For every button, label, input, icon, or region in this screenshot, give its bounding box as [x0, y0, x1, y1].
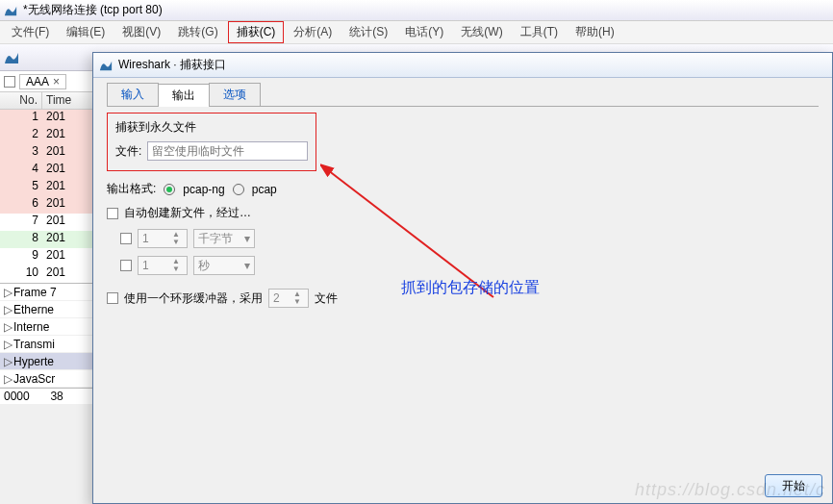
time-spin[interactable]: 1▲▼: [138, 256, 188, 275]
capture-file-input[interactable]: [147, 141, 308, 161]
checkbox-time-trigger[interactable]: [120, 260, 132, 271]
dialog-titlebar: Wireshark · 捕获接口: [93, 53, 832, 78]
permanent-file-group: 捕获到永久文件 文件:: [107, 113, 316, 171]
menu-tools[interactable]: 工具(T): [513, 22, 566, 42]
permanent-file-label: 捕获到永久文件: [115, 119, 308, 136]
menu-go[interactable]: 跳转(G): [170, 22, 225, 42]
expand-icon[interactable]: ▷: [4, 320, 13, 334]
menu-view[interactable]: 视图(V): [114, 22, 168, 42]
expand-icon[interactable]: ▷: [4, 338, 13, 351]
menu-file[interactable]: 文件(F): [4, 22, 57, 42]
wireshark-fin-icon: [4, 4, 17, 17]
annotation-text: 抓到的包存储的位置: [401, 278, 540, 298]
time-unit-combo[interactable]: 秒▾: [193, 256, 255, 275]
menu-edit[interactable]: 编辑(E): [59, 22, 113, 42]
radio-pcapng[interactable]: [164, 184, 175, 195]
output-format-label: 输出格式:: [107, 181, 156, 197]
size-unit-combo[interactable]: 千字节▾: [193, 229, 255, 248]
menu-analyze[interactable]: 分析(A): [286, 22, 340, 42]
dialog-title: Wireshark · 捕获接口: [118, 57, 226, 73]
filter-clear-icon[interactable]: ×: [53, 75, 60, 88]
checkbox-auto-new-file[interactable]: [107, 208, 118, 219]
expand-icon[interactable]: ▷: [4, 372, 13, 386]
filter-chip[interactable]: AAA ×: [19, 74, 66, 89]
capture-interfaces-dialog: Wireshark · 捕获接口 输入 输出 选项 捕获到永久文件 文件: 输出…: [92, 52, 833, 504]
radio-pcap[interactable]: [233, 184, 244, 195]
filter-bookmark-icon[interactable]: [4, 76, 15, 88]
start-capture-button[interactable]: 开始: [765, 474, 822, 497]
checkbox-ring-buffer[interactable]: [107, 292, 118, 304]
radio-pcapng-label: pcap-ng: [183, 183, 224, 196]
toolbar-fin-icon: [4, 50, 19, 65]
dialog-tabs: 输入 输出 选项: [107, 86, 819, 107]
checkbox-size-trigger[interactable]: [120, 233, 132, 244]
filter-text: AAA: [26, 75, 49, 88]
menu-telephony[interactable]: 电话(Y): [397, 22, 451, 42]
menu-wireless[interactable]: 无线(W): [453, 22, 510, 42]
expand-icon[interactable]: ▷: [4, 355, 13, 368]
menu-bar: 文件(F) 编辑(E) 视图(V) 跳转(G) 捕获(C) 分析(A) 统计(S…: [0, 21, 833, 44]
ring-count-spin[interactable]: 2▲▼: [268, 289, 309, 308]
expand-icon[interactable]: ▷: [4, 303, 13, 316]
radio-pcap-label: pcap: [252, 183, 277, 196]
menu-stats[interactable]: 统计(S): [341, 22, 395, 42]
menu-help[interactable]: 帮助(H): [568, 22, 622, 42]
menu-capture[interactable]: 捕获(C): [228, 21, 285, 43]
main-window-titlebar: *无线网络连接 (tcp port 80): [0, 0, 833, 21]
ring-buffer-label: 使用一个环形缓冲器，采用: [124, 290, 263, 307]
tab-options[interactable]: 选项: [209, 83, 261, 106]
expand-icon[interactable]: ▷: [4, 286, 13, 299]
tab-input[interactable]: 输入: [107, 83, 159, 106]
dialog-fin-icon: [99, 59, 113, 72]
main-window-title: *无线网络连接 (tcp port 80): [23, 2, 163, 18]
auto-new-file-label: 自动创建新文件，经过…: [124, 205, 251, 221]
col-header-no[interactable]: No.: [0, 92, 42, 109]
tab-output[interactable]: 输出: [158, 84, 210, 107]
size-spin[interactable]: 1▲▼: [138, 229, 188, 248]
file-label: 文件:: [115, 143, 141, 160]
